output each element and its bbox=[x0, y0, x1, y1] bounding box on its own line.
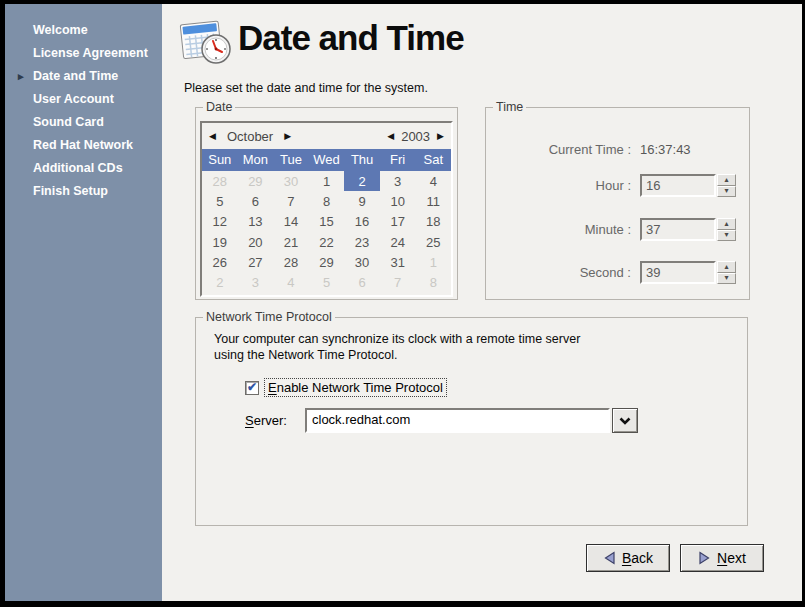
sidebar-item-license-agreement[interactable]: License Agreement bbox=[5, 42, 162, 65]
ntp-description: Your computer can synchronize its clock … bbox=[214, 331, 580, 363]
calendar-day[interactable]: 1 bbox=[415, 252, 451, 272]
sidebar-item-user-account[interactable]: User Account bbox=[5, 88, 162, 111]
date-time-icon bbox=[178, 17, 234, 67]
sidebar-item-sound-card[interactable]: Sound Card bbox=[5, 111, 162, 134]
time-group-label: Time bbox=[493, 100, 526, 114]
calendar-day[interactable]: 9 bbox=[344, 191, 380, 211]
calendar-week-row: 2345678 bbox=[202, 273, 451, 293]
calendar-day[interactable]: 7 bbox=[273, 191, 309, 211]
second-label: Second : bbox=[494, 265, 631, 280]
calendar-day[interactable]: 5 bbox=[309, 273, 345, 293]
sidebar-item-finish-setup[interactable]: Finish Setup bbox=[5, 180, 162, 203]
minute-spin-up-icon[interactable]: ▴ bbox=[717, 218, 736, 230]
calendar-day-header: Mon bbox=[238, 149, 274, 171]
calendar-day[interactable]: 30 bbox=[344, 252, 380, 272]
prev-year-icon[interactable]: ◀ bbox=[387, 132, 394, 141]
server-label: Server: bbox=[245, 413, 305, 428]
ntp-group-label: Network Time Protocol bbox=[203, 310, 335, 324]
prev-month-icon[interactable]: ◀ bbox=[209, 132, 216, 141]
calendar-day[interactable]: 4 bbox=[415, 171, 451, 191]
calendar-week-row: 19202122232425 bbox=[202, 232, 451, 252]
calendar-day[interactable]: 18 bbox=[415, 212, 451, 232]
calendar-day[interactable]: 23 bbox=[344, 232, 380, 252]
server-dropdown-button[interactable] bbox=[612, 408, 638, 433]
hour-spinner[interactable]: 16 ▴ ▾ bbox=[640, 174, 736, 197]
calendar-day[interactable]: 27 bbox=[238, 252, 274, 272]
time-group: Time Current Time : 16:37:43 Hour : 16 ▴… bbox=[485, 107, 750, 300]
calendar-month-label: October bbox=[227, 129, 273, 144]
second-spin-up-icon[interactable]: ▴ bbox=[717, 261, 736, 273]
sidebar-item-additional-cds[interactable]: Additional CDs bbox=[5, 157, 162, 180]
next-year-icon[interactable]: ▶ bbox=[437, 132, 444, 141]
next-button[interactable]: Next bbox=[680, 544, 764, 572]
server-combo[interactable]: clock.redhat.com bbox=[305, 408, 638, 433]
calendar-day[interactable]: 3 bbox=[238, 273, 274, 293]
calendar-day[interactable]: 21 bbox=[273, 232, 309, 252]
enable-ntp-label[interactable]: Enable Network Time Protocol bbox=[265, 379, 446, 396]
calendar-day[interactable]: 14 bbox=[273, 212, 309, 232]
calendar-day[interactable]: 24 bbox=[380, 232, 416, 252]
calendar-day[interactable]: 12 bbox=[202, 212, 238, 232]
hour-spin-up-icon[interactable]: ▴ bbox=[717, 174, 736, 186]
sidebar-item-red-hat-network[interactable]: Red Hat Network bbox=[5, 134, 162, 157]
calendar-day[interactable]: 8 bbox=[415, 273, 451, 293]
calendar-day[interactable]: 20 bbox=[238, 232, 274, 252]
calendar-day[interactable]: 5 bbox=[202, 191, 238, 211]
calendar-day[interactable]: 8 bbox=[309, 191, 345, 211]
server-input[interactable]: clock.redhat.com bbox=[305, 408, 610, 433]
next-month-icon[interactable]: ▶ bbox=[284, 132, 291, 141]
minute-spinner[interactable]: 37 ▴ ▾ bbox=[640, 218, 736, 241]
current-time-row: Current Time : 16:37:43 bbox=[494, 138, 736, 161]
calendar-day-header: Fri bbox=[380, 149, 416, 171]
sidebar-item-welcome[interactable]: Welcome bbox=[5, 19, 162, 42]
calendar-day[interactable]: 26 bbox=[202, 252, 238, 272]
sidebar-item-label: License Agreement bbox=[33, 46, 148, 60]
calendar-day[interactable]: 29 bbox=[238, 171, 274, 191]
sidebar-item-label: Red Hat Network bbox=[33, 138, 133, 152]
second-spinner[interactable]: 39 ▴ ▾ bbox=[640, 261, 736, 284]
calendar-day[interactable]: 25 bbox=[415, 232, 451, 252]
sidebar-item-date-and-time[interactable]: ▸Date and Time bbox=[5, 65, 162, 88]
calendar-day[interactable]: 29 bbox=[309, 252, 345, 272]
calendar-day[interactable]: 4 bbox=[273, 273, 309, 293]
minute-label: Minute : bbox=[494, 222, 631, 237]
calendar-day-header: Sun bbox=[202, 149, 238, 171]
second-input[interactable]: 39 bbox=[640, 261, 716, 284]
calendar-grid: 2829301234567891011121314151617181920212… bbox=[202, 171, 451, 295]
second-spin-down-icon[interactable]: ▾ bbox=[717, 273, 736, 285]
calendar-day[interactable]: 11 bbox=[415, 191, 451, 211]
date-group: Date ◀ October ▶ ◀ 2003 ▶ SunMonTueWedTh… bbox=[195, 107, 458, 300]
calendar-day[interactable]: 3 bbox=[380, 171, 416, 191]
calendar-day[interactable]: 28 bbox=[273, 252, 309, 272]
back-arrow-icon bbox=[603, 551, 616, 565]
hour-row: Hour : 16 ▴ ▾ bbox=[494, 174, 736, 197]
ntp-enable-row: ✔ Enable Network Time Protocol bbox=[245, 379, 446, 396]
calendar-day[interactable]: 13 bbox=[238, 212, 274, 232]
back-button[interactable]: Back bbox=[586, 544, 670, 572]
calendar-day[interactable]: 22 bbox=[309, 232, 345, 252]
calendar-day[interactable]: 1 bbox=[309, 171, 345, 191]
next-button-label: Next bbox=[717, 550, 746, 566]
calendar-day[interactable]: 6 bbox=[238, 191, 274, 211]
minute-spin-down-icon[interactable]: ▾ bbox=[717, 230, 736, 242]
calendar-day[interactable]: 31 bbox=[380, 252, 416, 272]
calendar-day[interactable]: 16 bbox=[344, 212, 380, 232]
calendar-day[interactable]: 15 bbox=[309, 212, 345, 232]
calendar-widget: ◀ October ▶ ◀ 2003 ▶ SunMonTueWedThuFriS… bbox=[200, 121, 453, 297]
calendar-day[interactable]: 2 bbox=[202, 273, 238, 293]
hour-spin-down-icon[interactable]: ▾ bbox=[717, 186, 736, 198]
ntp-group: Network Time Protocol Your computer can … bbox=[195, 317, 748, 526]
calendar-day[interactable]: 30 bbox=[273, 171, 309, 191]
calendar-day[interactable]: 6 bbox=[344, 273, 380, 293]
calendar-day[interactable]: 17 bbox=[380, 212, 416, 232]
calendar-day[interactable]: 28 bbox=[202, 171, 238, 191]
enable-ntp-checkbox[interactable]: ✔ bbox=[245, 381, 259, 395]
calendar-day[interactable]: 7 bbox=[380, 273, 416, 293]
calendar-day[interactable]: 10 bbox=[380, 191, 416, 211]
calendar-day-selected[interactable]: 2 bbox=[344, 171, 380, 191]
hour-input[interactable]: 16 bbox=[640, 174, 716, 197]
calendar-day[interactable]: 19 bbox=[202, 232, 238, 252]
minute-input[interactable]: 37 bbox=[640, 218, 716, 241]
sidebar-item-label: Welcome bbox=[33, 23, 88, 37]
checkmark-icon: ✔ bbox=[247, 380, 257, 394]
